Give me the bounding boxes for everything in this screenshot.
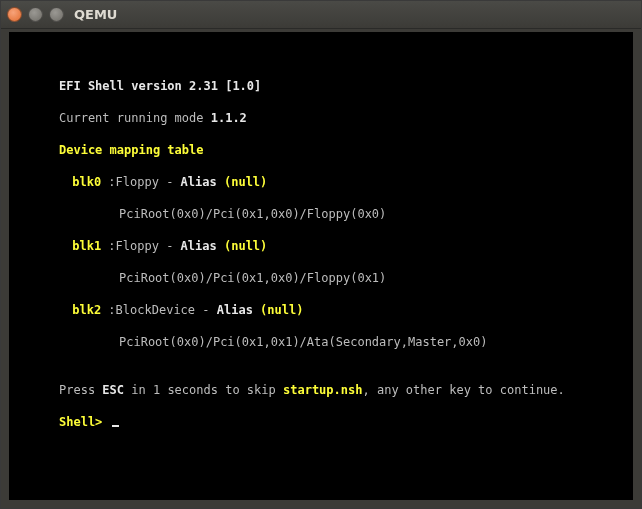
efi-shell-line: EFI Shell version 2.31 [1.0] (59, 78, 633, 94)
close-icon[interactable] (7, 7, 22, 22)
device-path: PciRoot(0x0)/Pci(0x1,0x0)/Floppy(0x1) (59, 270, 633, 286)
device-path: PciRoot(0x0)/Pci(0x1,0x0)/Floppy(0x0) (59, 206, 633, 222)
startup-hint: Press ESC in 1 seconds to skip startup.n… (59, 382, 633, 398)
running-mode-line: Current running mode 1.1.2 (59, 110, 633, 126)
cursor-icon (112, 425, 119, 427)
device-path: PciRoot(0x0)/Pci(0x1,0x1)/Ata(Secondary,… (59, 334, 633, 350)
device-row: blk2 :BlockDevice - Alias (null) (59, 302, 633, 318)
terminal-content[interactable]: EFI Shell version 2.31 [1.0] Current run… (1, 29, 641, 508)
qemu-window: QEMU EFI Shell version 2.31 [1.0] Curren… (0, 0, 642, 509)
shell-prompt: Shell> (59, 415, 110, 429)
titlebar[interactable]: QEMU (1, 1, 641, 29)
efi-shell-label: EFI Shell version (59, 79, 189, 93)
shell-prompt-line[interactable]: Shell> (59, 414, 633, 430)
device-table-header: Device mapping table (59, 142, 633, 158)
device-row: blk1 :Floppy - Alias (null) (59, 238, 633, 254)
mode-value: 1.1.2 (211, 111, 247, 125)
minimize-icon[interactable] (28, 7, 43, 22)
window-title: QEMU (74, 7, 117, 22)
device-row: blk0 :Floppy - Alias (null) (59, 174, 633, 190)
mode-label: Current running mode (59, 111, 211, 125)
maximize-icon[interactable] (49, 7, 64, 22)
efi-shell-version: 2.31 [1.0] (189, 79, 261, 93)
window-controls (7, 7, 64, 22)
